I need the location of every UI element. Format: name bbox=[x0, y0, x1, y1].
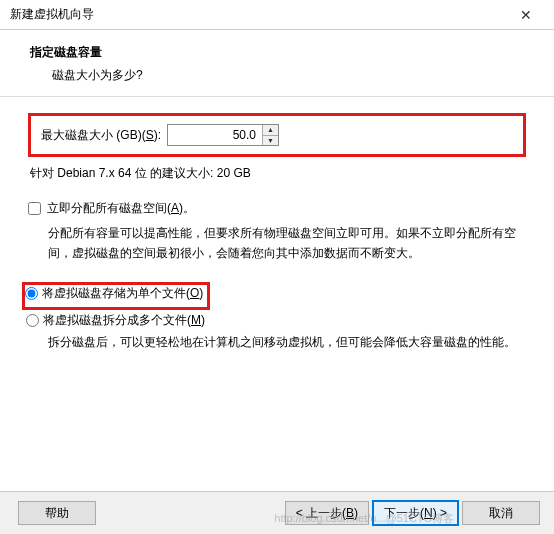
allocate-now-desc: 分配所有容量可以提高性能，但要求所有物理磁盘空间立即可用。如果不立即分配所有空间… bbox=[28, 223, 526, 264]
cancel-button[interactable]: 取消 bbox=[462, 501, 540, 525]
wizard-header: 指定磁盘容量 磁盘大小为多少? bbox=[0, 30, 554, 97]
store-split-row[interactable]: 将虚拟磁盘拆分成多个文件(M) bbox=[26, 312, 526, 329]
page-subtitle: 磁盘大小为多少? bbox=[30, 67, 544, 84]
allocate-now-checkbox[interactable] bbox=[28, 202, 41, 215]
next-button[interactable]: 下一步(N) > bbox=[373, 501, 458, 525]
store-split-desc: 拆分磁盘后，可以更轻松地在计算机之间移动虚拟机，但可能会降低大容量磁盘的性能。 bbox=[28, 332, 526, 352]
disk-size-spinner[interactable]: ▲ ▼ bbox=[167, 124, 279, 146]
store-split-label: 将虚拟磁盘拆分成多个文件(M) bbox=[43, 312, 205, 329]
help-button[interactable]: 帮助 bbox=[18, 501, 96, 525]
allocate-now-label: 立即分配所有磁盘空间(A)。 bbox=[47, 200, 195, 217]
allocate-now-row[interactable]: 立即分配所有磁盘空间(A)。 bbox=[28, 200, 526, 217]
disk-size-label: 最大磁盘大小 (GB)(S): bbox=[41, 127, 161, 144]
highlight-single-file: 将虚拟磁盘存储为单个文件(O) bbox=[22, 282, 210, 310]
spinner-down-icon[interactable]: ▼ bbox=[263, 136, 278, 146]
content-area: 最大磁盘大小 (GB)(S): ▲ ▼ 针对 Debian 7.x 64 位 的… bbox=[0, 97, 554, 362]
store-single-label: 将虚拟磁盘存储为单个文件(O) bbox=[42, 285, 203, 302]
spinner-up-icon[interactable]: ▲ bbox=[263, 125, 278, 136]
page-title: 指定磁盘容量 bbox=[30, 44, 544, 61]
wizard-footer: 帮助 < 上一步(B) 下一步(N) > 取消 bbox=[0, 491, 554, 534]
highlight-disk-size: 最大磁盘大小 (GB)(S): ▲ ▼ bbox=[28, 113, 526, 157]
window-title: 新建虚拟机向导 bbox=[10, 6, 94, 23]
close-icon[interactable]: ✕ bbox=[506, 1, 546, 29]
recommended-size: 针对 Debian 7.x 64 位 的建议大小: 20 GB bbox=[30, 165, 526, 182]
store-single-radio[interactable] bbox=[25, 287, 38, 300]
store-single-row[interactable]: 将虚拟磁盘存储为单个文件(O) bbox=[25, 285, 203, 302]
disk-size-input[interactable] bbox=[168, 125, 262, 145]
store-split-radio[interactable] bbox=[26, 314, 39, 327]
back-button[interactable]: < 上一步(B) bbox=[285, 501, 369, 525]
titlebar: 新建虚拟机向导 ✕ bbox=[0, 0, 554, 30]
